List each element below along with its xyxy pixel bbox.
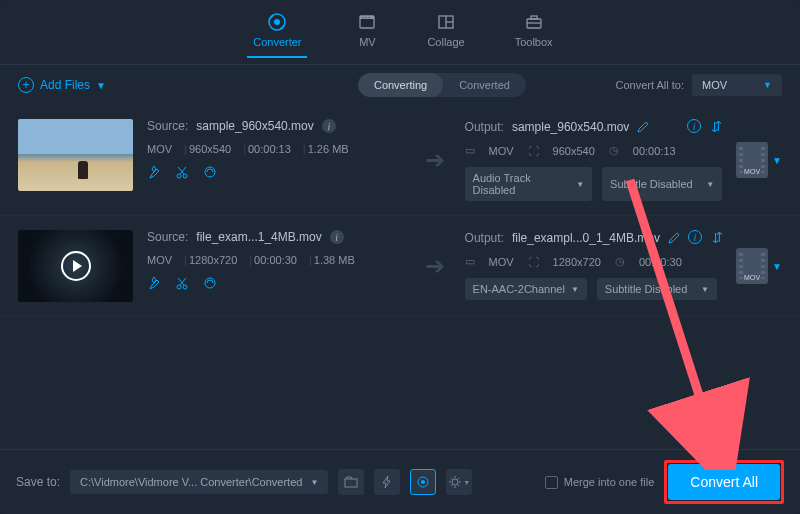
tab-mv[interactable]: MV <box>357 12 377 58</box>
audio-track-dropdown[interactable]: Audio Track Disabled▼ <box>465 167 593 201</box>
plus-icon: + <box>18 77 34 93</box>
svg-point-17 <box>183 285 187 289</box>
source-resolution: 1280x720 <box>182 254 237 266</box>
source-duration: 00:00:30 <box>247 254 297 266</box>
svg-point-21 <box>421 480 425 484</box>
merge-label: Merge into one file <box>564 476 655 488</box>
svg-point-1 <box>274 19 280 25</box>
output-label: Output: <box>465 231 504 245</box>
file-item: Source: sample_960x540.mov i MOV 960x540… <box>0 105 800 216</box>
save-path-dropdown[interactable]: C:\Vidmore\Vidmore V... Converter\Conver… <box>70 470 328 494</box>
chevron-down-icon: ▼ <box>763 80 772 90</box>
chevron-down-icon: ▼ <box>576 180 584 189</box>
tab-converting[interactable]: Converting <box>358 73 443 97</box>
source-filename: file_exam...1_4MB.mov <box>196 230 321 244</box>
chevron-down-icon: ▼ <box>701 285 709 294</box>
checkbox-icon <box>545 476 558 489</box>
chevron-down-icon: ▼ <box>706 180 714 189</box>
settings-button[interactable]: ▼ <box>446 469 472 495</box>
tab-converted[interactable]: Converted <box>443 73 526 97</box>
source-label: Source: <box>147 119 188 133</box>
clock-icon: ◷ <box>615 255 625 268</box>
tab-toolbox-label: Toolbox <box>515 36 553 48</box>
svg-point-4 <box>363 17 364 18</box>
tab-toolbox[interactable]: Toolbox <box>515 12 553 58</box>
output-info-icon[interactable]: i <box>687 119 701 133</box>
source-duration: 00:00:13 <box>241 143 291 155</box>
arrow-icon: ➔ <box>419 119 451 201</box>
output-info-icon[interactable]: i <box>688 230 702 244</box>
resolution-icon: ⛶ <box>528 256 539 268</box>
top-nav: Converter MV Collage Toolbox <box>0 0 800 65</box>
merge-checkbox[interactable]: Merge into one file <box>545 476 655 489</box>
clock-icon: ◷ <box>609 144 619 157</box>
convert-all-to-dropdown[interactable]: MOV ▼ <box>692 74 782 96</box>
output-format: MOV <box>489 145 514 157</box>
source-resolution: 960x540 <box>182 143 231 155</box>
add-files-label: Add Files <box>40 78 90 92</box>
file-item: Source: file_exam...1_4MB.mov i MOV 1280… <box>0 216 800 317</box>
edit-icon[interactable] <box>147 276 161 290</box>
collage-icon <box>436 12 456 32</box>
cut-icon[interactable] <box>175 165 189 179</box>
source-size: 1.26 MB <box>301 143 349 155</box>
subtitle-dropdown[interactable]: Subtitle Disabled▼ <box>602 167 722 201</box>
tab-collage-label: Collage <box>427 36 464 48</box>
svg-rect-3 <box>360 16 374 19</box>
chevron-down-icon: ▼ <box>96 80 106 91</box>
tab-mv-label: MV <box>359 36 376 48</box>
svg-point-14 <box>183 174 187 178</box>
resolution-icon: ⛶ <box>528 145 539 157</box>
compress-icon[interactable]: ⇵ <box>712 230 723 245</box>
svg-point-6 <box>369 17 370 18</box>
info-icon[interactable]: i <box>322 119 336 133</box>
info-icon[interactable]: i <box>330 230 344 244</box>
source-label: Source: <box>147 230 188 244</box>
output-filename: sample_960x540.mov <box>512 120 629 134</box>
audio-track-dropdown[interactable]: EN-AAC-2Channel▼ <box>465 278 587 300</box>
output-duration: 00:00:30 <box>639 256 682 268</box>
subtitle-dropdown[interactable]: Subtitle Disabled▼ <box>597 278 717 300</box>
output-format-chip[interactable]: MOV <box>736 142 768 178</box>
enhance-icon[interactable] <box>203 165 217 179</box>
file-list: Source: sample_960x540.mov i MOV 960x540… <box>0 105 800 449</box>
save-to-label: Save to: <box>16 475 60 489</box>
chevron-down-icon[interactable]: ▼ <box>772 155 782 166</box>
tab-collage[interactable]: Collage <box>427 12 464 58</box>
output-format: MOV <box>489 256 514 268</box>
convert-all-button[interactable]: Convert All <box>668 464 780 500</box>
tab-converter[interactable]: Converter <box>247 12 307 58</box>
video-thumbnail[interactable] <box>18 230 133 302</box>
arrow-icon: ➔ <box>419 230 451 302</box>
enhance-icon[interactable] <box>203 276 217 290</box>
add-files-button[interactable]: + Add Files ▼ <box>18 77 106 93</box>
chevron-down-icon: ▼ <box>571 285 579 294</box>
tab-converter-label: Converter <box>253 36 301 48</box>
gpu-accel-button[interactable] <box>374 469 400 495</box>
svg-rect-11 <box>531 16 537 19</box>
high-speed-button[interactable] <box>410 469 436 495</box>
chevron-down-icon: ▼ <box>310 478 318 487</box>
bottom-bar: Save to: C:\Vidmore\Vidmore V... Convert… <box>0 449 800 514</box>
open-folder-button[interactable] <box>338 469 364 495</box>
pencil-icon[interactable] <box>668 232 680 244</box>
edit-icon[interactable] <box>147 165 161 179</box>
cut-icon[interactable] <box>175 276 189 290</box>
output-filename: file_exampl...0_1_4MB.mov <box>512 231 660 245</box>
sub-bar: + Add Files ▼ Converting Converted Conve… <box>0 65 800 105</box>
convert-all-highlight: Convert All <box>664 460 784 504</box>
output-label: Output: <box>465 120 504 134</box>
video-thumbnail[interactable] <box>18 119 133 191</box>
status-tabs: Converting Converted <box>358 73 526 97</box>
convert-all-to-label: Convert All to: <box>616 79 684 91</box>
chevron-down-icon[interactable]: ▼ <box>772 261 782 272</box>
save-path-value: C:\Vidmore\Vidmore V... Converter\Conver… <box>80 476 302 488</box>
source-size: 1.38 MB <box>307 254 355 266</box>
output-format-chip[interactable]: MOV <box>736 248 768 284</box>
converter-icon <box>267 12 287 32</box>
film-icon: ▭ <box>465 144 475 157</box>
pencil-icon[interactable] <box>637 121 649 133</box>
svg-point-16 <box>177 285 181 289</box>
compress-icon[interactable]: ⇵ <box>711 119 722 134</box>
svg-point-13 <box>177 174 181 178</box>
